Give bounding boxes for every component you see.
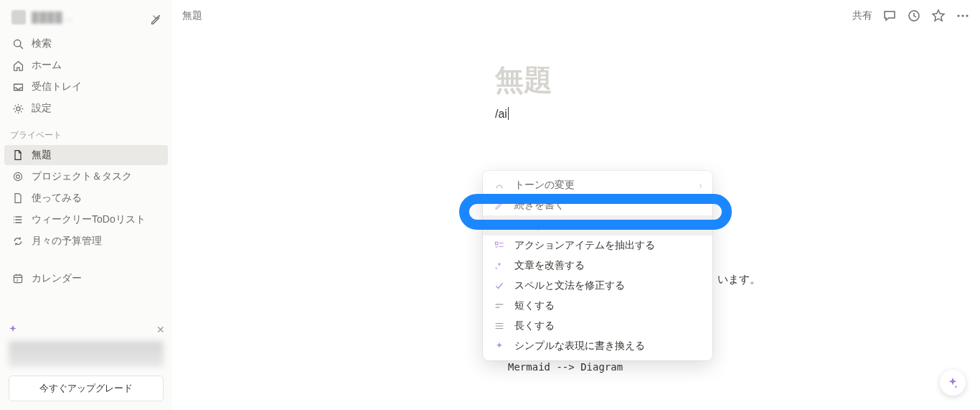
- search-icon: [11, 37, 24, 50]
- chevron-right-icon: ›: [699, 180, 702, 191]
- svg-point-3: [17, 175, 20, 179]
- ai-item-label: スペルと文法を修正する: [514, 279, 625, 292]
- sync-icon: [11, 235, 24, 248]
- enter-icon: ⏎: [694, 220, 702, 231]
- doc-icon: [11, 149, 24, 162]
- doc-icon: [11, 192, 24, 205]
- sidebar-page-label: 月々の予算管理: [32, 235, 102, 248]
- sidebar-page-projects[interactable]: プロジェクト＆タスク: [4, 167, 168, 187]
- ai-item-label: シンプルな表現に書き換える: [514, 340, 645, 353]
- home-icon: [11, 59, 24, 72]
- breadcrumb-title[interactable]: 無題: [182, 9, 202, 22]
- ai-item-tone[interactable]: トーンの変更 ›: [483, 175, 712, 195]
- sidebar-settings-label: 設定: [32, 102, 52, 115]
- svg-text:2: 2: [17, 278, 19, 282]
- ai-command-popup: トーンの変更 › 続きを書く 要約する ⏎ アクションアイテムを抽出する 文章を…: [483, 171, 712, 360]
- svg-point-1: [16, 106, 19, 110]
- code-text: Mermaid --> Diagram: [508, 359, 623, 376]
- sidebar-inbox-label: 受信トレイ: [32, 80, 82, 93]
- svg-point-9: [966, 14, 968, 17]
- sidebar-settings[interactable]: 設定: [4, 98, 168, 118]
- sidebar-search-label: 検索: [32, 37, 52, 50]
- topbar: 無題 共有: [172, 0, 980, 32]
- sidebar-inbox[interactable]: 受信トレイ: [4, 77, 168, 97]
- new-page-icon[interactable]: [149, 13, 162, 26]
- checklist-icon: [493, 239, 506, 252]
- sidebar-page-untitled[interactable]: 無題: [4, 145, 168, 165]
- slash-command-input[interactable]: /ai: [495, 107, 980, 121]
- summarize-icon: [493, 219, 506, 232]
- page-title[interactable]: 無題: [495, 60, 980, 100]
- tone-icon: [493, 179, 506, 192]
- workspace-switcher[interactable]: ████...: [6, 6, 166, 29]
- history-icon[interactable]: [907, 9, 921, 23]
- doc-body-fragment: います。: [717, 273, 760, 286]
- svg-point-8: [961, 14, 963, 17]
- ai-item-summarize[interactable]: 要約する ⏎: [483, 215, 712, 236]
- svg-point-7: [957, 14, 959, 17]
- sparkle-icon: [7, 324, 19, 335]
- sidebar-calendar[interactable]: 2 カレンダー: [4, 269, 168, 289]
- ai-item-label: 長くする: [514, 320, 555, 332]
- ai-item-actionitems[interactable]: アクションアイテムを抽出する: [483, 236, 712, 256]
- sidebar-home[interactable]: ホーム: [4, 55, 168, 75]
- sidebar-page-label: 無題: [32, 149, 52, 162]
- ai-item-shorter[interactable]: 短くする: [483, 296, 712, 316]
- redacted-block: [9, 341, 164, 367]
- ai-item-label: 短くする: [514, 299, 555, 312]
- workspace-icon: [11, 10, 26, 24]
- sidebar-home-label: ホーム: [32, 59, 62, 72]
- sidebar-page-label: プロジェクト＆タスク: [32, 170, 132, 183]
- upgrade-button[interactable]: 今すぐアップグレード: [9, 376, 164, 401]
- ai-item-label: 要約する: [514, 219, 555, 232]
- ai-item-label: アクションアイテムを抽出する: [514, 239, 655, 252]
- sidebar-page-budget[interactable]: 月々の予算管理: [4, 231, 168, 251]
- sidebar-ai[interactable]: ✕: [0, 320, 172, 340]
- sidebar-calendar-label: カレンダー: [32, 272, 82, 285]
- sparkles-icon: [493, 259, 506, 272]
- longer-icon: [493, 320, 506, 332]
- ai-item-continue[interactable]: 続きを書く: [483, 195, 712, 215]
- pencil-icon: [493, 199, 506, 212]
- ai-item-label: トーンの変更: [514, 179, 575, 192]
- calendar-icon: 2: [11, 272, 24, 285]
- gear-icon: [11, 102, 24, 115]
- sparkle-icon: [493, 340, 506, 353]
- close-icon[interactable]: ✕: [156, 324, 165, 335]
- check-icon: [493, 279, 506, 292]
- comments-icon[interactable]: [882, 9, 897, 23]
- ai-item-label: 続きを書く: [514, 199, 565, 212]
- ai-item-spelling[interactable]: スペルと文法を修正する: [483, 276, 712, 296]
- list-icon: [11, 213, 24, 226]
- sidebar-page-try[interactable]: 使ってみる: [4, 188, 168, 208]
- sidebar-page-label: ウィークリーToDoリスト: [32, 213, 146, 226]
- shorter-icon: [493, 299, 506, 312]
- workspace-label: ████...: [32, 11, 146, 23]
- target-icon: [11, 170, 24, 183]
- svg-rect-10: [495, 242, 498, 245]
- svg-point-0: [14, 39, 20, 46]
- ai-item-label: 文章を改善する: [514, 259, 585, 272]
- sidebar-page-weekly[interactable]: ウィークリーToDoリスト: [4, 210, 168, 230]
- sidebar-page-label: 使ってみる: [32, 192, 82, 205]
- sidebar-search[interactable]: 検索: [4, 34, 168, 54]
- share-button[interactable]: 共有: [852, 9, 872, 22]
- sidebar: ████... 検索 ホーム 受信トレイ 設定 プライベート: [0, 0, 172, 410]
- main: 無題 共有 無題 /ai います。 graph TD Mermaid --> D…: [172, 0, 980, 410]
- ai-item-improve[interactable]: 文章を改善する: [483, 256, 712, 276]
- ai-item-longer[interactable]: 長くする: [483, 316, 712, 336]
- svg-point-2: [14, 172, 22, 180]
- section-private-label: プライベート: [0, 119, 172, 144]
- more-icon[interactable]: [956, 9, 970, 23]
- inbox-icon: [11, 80, 24, 93]
- ai-item-simpler[interactable]: シンプルな表現に書き換える: [483, 336, 712, 356]
- star-icon[interactable]: [931, 9, 946, 23]
- ai-fab[interactable]: [940, 370, 966, 396]
